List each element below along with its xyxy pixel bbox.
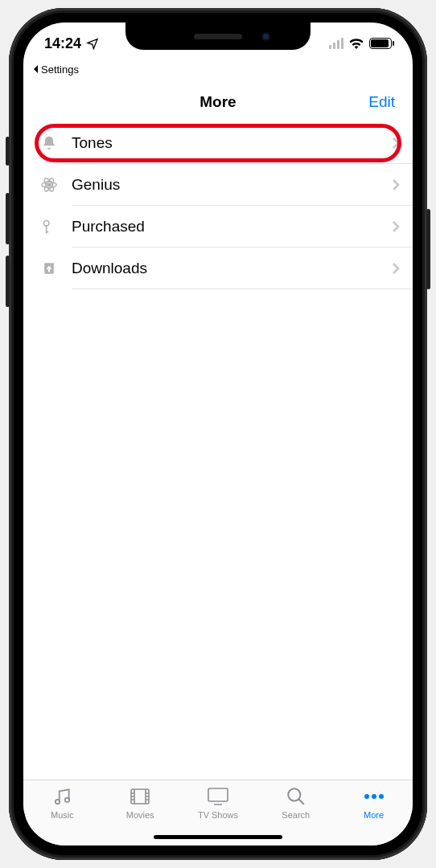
tv-icon [207, 785, 229, 808]
svg-point-6 [65, 798, 69, 802]
location-icon [86, 37, 99, 50]
battery-icon [369, 38, 392, 49]
front-camera [261, 32, 270, 41]
more-list: Tones Genius Purchased [23, 122, 413, 780]
svg-point-22 [372, 794, 376, 799]
list-row-purchased[interactable]: Purchased [23, 206, 413, 248]
back-to-app[interactable]: Settings [23, 61, 413, 77]
tab-label: Music [51, 810, 74, 820]
chevron-right-icon [392, 178, 400, 191]
tab-label: Movies [126, 810, 154, 820]
music-icon [51, 785, 72, 808]
list-row-genius[interactable]: Genius [23, 164, 413, 206]
notch [125, 23, 311, 50]
chevron-right-icon [392, 220, 400, 233]
chevron-right-icon [392, 262, 400, 275]
phone-frame: 14:24 Settings More Edit [9, 8, 427, 860]
page-title: More [199, 93, 236, 111]
cellular-icon [329, 38, 343, 49]
power-button [426, 209, 430, 289]
screen: 14:24 Settings More Edit [23, 23, 413, 845]
mute-switch [6, 137, 10, 166]
key-icon [38, 219, 60, 235]
svg-point-21 [364, 794, 369, 799]
svg-point-23 [379, 794, 384, 799]
nav-bar: More Edit [23, 82, 413, 122]
chevron-right-icon [392, 137, 400, 149]
movie-icon [130, 785, 150, 808]
download-icon [38, 260, 60, 276]
back-to-app-label: Settings [41, 63, 79, 76]
list-row-label: Tones [60, 134, 392, 152]
list-row-label: Downloads [60, 260, 392, 277]
volume-down-button [6, 256, 10, 307]
list-row-tones[interactable]: Tones [23, 122, 413, 164]
more-icon [363, 785, 385, 808]
wifi-icon [348, 38, 364, 49]
svg-point-4 [43, 221, 49, 227]
tab-more[interactable]: More [335, 785, 413, 845]
speaker [194, 34, 242, 39]
svg-line-20 [298, 799, 304, 805]
list-row-label: Genius [60, 176, 392, 194]
search-icon [286, 785, 306, 808]
volume-up-button [6, 193, 10, 244]
list-row-label: Purchased [60, 218, 392, 235]
atom-icon [38, 176, 60, 194]
tab-music[interactable]: Music [23, 785, 101, 845]
svg-point-0 [47, 183, 51, 186]
tab-label: Search [282, 810, 310, 820]
svg-point-5 [56, 800, 60, 804]
list-row-downloads[interactable]: Downloads [23, 248, 413, 289]
edit-button[interactable]: Edit [368, 93, 395, 111]
tab-label: More [364, 810, 384, 820]
tab-label: TV Shows [198, 810, 238, 820]
back-caret-icon [33, 65, 39, 73]
svg-point-19 [288, 788, 300, 800]
home-indicator[interactable] [154, 835, 282, 839]
status-time: 14:24 [44, 35, 81, 52]
bell-icon [38, 135, 60, 151]
